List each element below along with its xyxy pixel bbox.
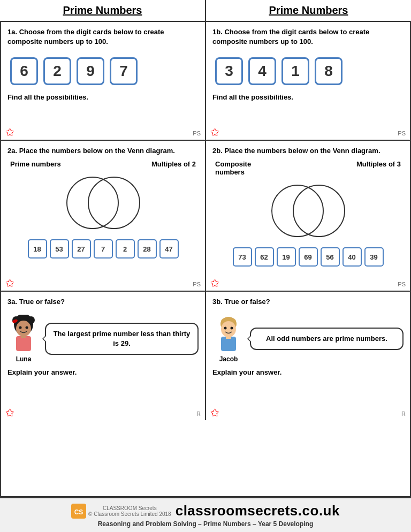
- cell-1a: 1a. Choose from the digit cards below to…: [1, 22, 206, 140]
- row-2: 2a. Place the numbers below on the Venn …: [1, 141, 410, 292]
- venn-svg-2a: [50, 171, 157, 235]
- num-card-2a-3: 7: [94, 239, 113, 259]
- worksheet-grid: 1a. Choose from the digit cards below to…: [0, 22, 411, 497]
- venn-labels-2b: Compositenumbers Multiples of 3: [212, 160, 404, 176]
- digit-card-1a-2: 9: [77, 57, 104, 85]
- header-row: Prime Numbers Prime Numbers: [0, 0, 411, 22]
- venn-labels-2a: Prime numbers Multiples of 2: [7, 160, 199, 168]
- classroom-logo-icon: CS: [71, 504, 86, 519]
- ps-label-1a: PS: [193, 130, 201, 136]
- svg-text:CS: CS: [74, 508, 83, 516]
- number-cards-2b: 73 62 19 69 56 40 39: [212, 247, 404, 267]
- num-card-2a-6: 47: [159, 239, 179, 259]
- section-2b-title: 2b. Place the numbers below on the Venn …: [212, 146, 404, 156]
- svg-rect-13: [21, 335, 26, 338]
- character-area-3a: Luna The largest prime number less than …: [7, 315, 199, 363]
- explain-text-3b: Explain your answer.: [212, 368, 404, 376]
- section-1b-title: 1b. Choose from the digit cards below to…: [212, 27, 404, 47]
- svg-point-16: [221, 321, 236, 337]
- venn-diagram-2b: [255, 179, 362, 243]
- row-3: 3a. True or false?: [1, 292, 410, 420]
- cell-3a: 3a. True or false?: [1, 292, 206, 420]
- speech-bubble-3a: The largest prime number less than thirt…: [45, 323, 199, 355]
- main-content: Prime Numbers Prime Numbers 1a. Choose f…: [0, 0, 411, 497]
- venn-diagram-2a: [50, 171, 157, 235]
- num-card-2b-4: 56: [321, 247, 340, 267]
- char-wrap-3b: Jacob: [212, 315, 245, 363]
- find-text-1a: Find all the possibilities.: [7, 93, 199, 101]
- num-card-2a-4: 2: [116, 239, 135, 259]
- ps-label-1b: PS: [398, 130, 406, 136]
- footer-logo-area: CS CLASSROOM Secrets © Classroom Secrets…: [71, 504, 171, 519]
- footer-website: classroomsecrets.co.uk: [176, 503, 340, 519]
- digit-card-1b-3: 8: [315, 57, 342, 85]
- avatar-luna: [7, 315, 40, 353]
- digit-card-1a-0: 6: [10, 57, 38, 85]
- number-cards-2a: 18 53 27 7 2 28 47: [7, 239, 199, 259]
- cell-3b: 3b. True or false?: [206, 292, 410, 420]
- num-card-2b-0: 73: [233, 247, 252, 267]
- r-label-3a: R: [196, 411, 201, 417]
- footer: CS CLASSROOM Secrets © Classroom Secrets…: [0, 497, 411, 532]
- svg-point-3: [293, 185, 345, 237]
- star-icon-3b: ✩: [210, 406, 219, 419]
- title-left: Prime Numbers: [0, 0, 206, 21]
- ps-label-2a: PS: [193, 281, 201, 287]
- num-card-2b-5: 40: [342, 247, 362, 267]
- venn-label-right-2b: Multiples of 3: [356, 160, 401, 176]
- svg-point-10: [19, 326, 22, 329]
- svg-point-9: [16, 321, 31, 337]
- num-card-2b-2: 19: [277, 247, 296, 267]
- star-icon-3a: ✩: [5, 406, 14, 419]
- title-right: Prime Numbers: [206, 0, 411, 21]
- num-card-2b-1: 62: [255, 247, 274, 267]
- venn-label-left-2b: Compositenumbers: [215, 160, 251, 176]
- digit-card-1b-0: 3: [215, 57, 243, 85]
- num-card-2a-2: 27: [72, 239, 91, 259]
- avatar-jacob: [212, 315, 245, 353]
- character-area-3b: Jacob All odd numbers are prime numbers.: [212, 315, 404, 363]
- digit-card-1b-1: 4: [248, 57, 276, 85]
- digit-card-1a-1: 2: [43, 57, 71, 85]
- svg-point-0: [67, 177, 118, 229]
- venn-label-left-2a: Prime numbers: [10, 160, 61, 168]
- svg-point-1: [88, 177, 140, 229]
- explain-text-3a: Explain your answer.: [7, 368, 199, 376]
- footer-subtitle: Reasoning and Problem Solving – Prime Nu…: [5, 520, 406, 528]
- r-label-3b: R: [401, 411, 406, 417]
- char-name-luna: Luna: [16, 355, 32, 363]
- svg-point-17: [224, 327, 227, 330]
- num-card-2a-0: 18: [28, 239, 47, 259]
- char-wrap-3a: Luna: [7, 315, 40, 363]
- svg-point-18: [231, 327, 233, 330]
- digit-card-1b-2: 1: [281, 57, 309, 85]
- num-card-2a-5: 28: [138, 239, 157, 259]
- digit-card-1a-3: 7: [110, 57, 138, 85]
- digit-cards-1b: 3 4 1 8: [215, 57, 404, 85]
- section-3a-title: 3a. True or false?: [7, 297, 199, 307]
- speech-bubble-3b: All odd numbers are prime numbers.: [250, 328, 404, 350]
- section-2a-title: 2a. Place the numbers below on the Venn …: [7, 146, 199, 156]
- section-1a-title: 1a. Choose from the digit cards below to…: [7, 27, 199, 47]
- num-card-2b-6: 39: [364, 247, 384, 267]
- venn-label-right-2a: Multiples of 2: [151, 160, 196, 168]
- star-icon-1b: ✩: [210, 126, 219, 139]
- svg-rect-12: [16, 336, 31, 351]
- venn-svg-2b: [255, 179, 362, 243]
- copyright-text: CLASSROOM Secrets © Classroom Secrets Li…: [88, 505, 171, 517]
- footer-brand: CS CLASSROOM Secrets © Classroom Secrets…: [5, 503, 406, 519]
- star-icon-2a: ✩: [5, 277, 14, 290]
- svg-point-11: [26, 326, 28, 329]
- svg-point-2: [272, 185, 323, 237]
- section-3b-title: 3b. True or false?: [212, 297, 404, 307]
- cell-2b: 2b. Place the numbers below on the Venn …: [206, 141, 410, 291]
- num-card-2b-3: 69: [299, 247, 318, 267]
- ps-label-2b: PS: [398, 281, 406, 287]
- cell-1b: 1b. Choose from the digit cards below to…: [206, 22, 410, 140]
- char-name-jacob: Jacob: [219, 355, 238, 363]
- star-icon-2b: ✩: [210, 277, 219, 290]
- find-text-1b: Find all the possibilities.: [212, 93, 404, 101]
- svg-rect-19: [221, 337, 236, 351]
- svg-rect-20: [226, 335, 231, 339]
- digit-cards-1a: 6 2 9 7: [10, 57, 199, 85]
